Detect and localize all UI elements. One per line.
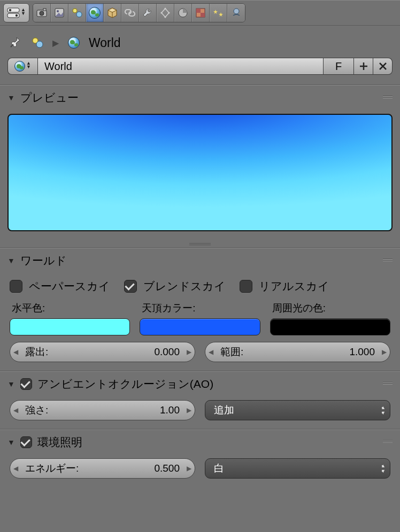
panel-body-env-lighting: エネルギー: 0.500 白 ▲▼ <box>0 455 400 487</box>
panel-title: 環境照明 <box>37 435 82 450</box>
env-energy-label: エネルギー: <box>25 461 154 475</box>
paper-sky-checkbox[interactable] <box>10 280 22 293</box>
world-preview <box>7 114 393 231</box>
tab-object-data[interactable] <box>157 4 174 22</box>
editor-type-selector[interactable]: ▲▼ <box>3 3 29 22</box>
world-breadcrumb-icon[interactable] <box>66 35 81 50</box>
panel-header-world[interactable]: ▼ ワールド <box>0 248 400 273</box>
range-value: 1.000 <box>349 346 375 358</box>
paper-sky-label: ペーパースカイ <box>29 279 110 294</box>
exposure-field[interactable]: 露出: 0.000 <box>10 342 195 362</box>
svg-point-5 <box>40 11 44 15</box>
panel-title: アンビエントオクルージョン(AO) <box>37 377 213 392</box>
material-icon <box>177 7 189 19</box>
ambient-color-swatch[interactable] <box>270 318 390 335</box>
drag-handle-icon[interactable] <box>383 96 393 100</box>
blend-sky-label: ブレンドスカイ <box>143 279 226 294</box>
ao-blend-mode-select[interactable]: 追加 ▲▼ <box>205 400 390 420</box>
svg-line-22 <box>11 44 13 47</box>
breadcrumb-label[interactable]: World <box>89 36 121 50</box>
scene-icon <box>71 7 83 19</box>
disclosure-triangle-icon: ▼ <box>7 438 15 447</box>
svg-rect-17 <box>196 9 201 13</box>
link-icon <box>124 7 136 19</box>
exposure-value: 0.000 <box>154 346 180 358</box>
context-tabs <box>33 3 245 22</box>
tab-particles[interactable] <box>210 4 227 22</box>
texture-icon <box>195 7 206 19</box>
horizon-color-swatch[interactable] <box>10 318 130 335</box>
tab-constraints[interactable] <box>121 4 139 22</box>
mesh-data-icon <box>159 7 171 19</box>
exposure-label: 露出: <box>25 345 154 359</box>
env-color-mode-value: 白 <box>214 461 224 475</box>
close-icon <box>378 61 388 71</box>
panel-header-ao[interactable]: ▼ アンビエントオクルージョン(AO) <box>0 371 400 397</box>
scene-breadcrumb-icon[interactable] <box>30 35 45 50</box>
svg-point-14 <box>161 12 163 13</box>
panel-body-preview <box>0 111 400 240</box>
svg-marker-19 <box>213 10 218 14</box>
tab-render-layers[interactable] <box>51 4 68 22</box>
up-down-icon: ▲▼ <box>381 464 386 473</box>
panel-header-preview[interactable]: ▼ プレビュー <box>0 85 400 111</box>
svg-point-24 <box>36 41 43 48</box>
particles-icon <box>212 7 224 19</box>
tab-object[interactable] <box>104 4 121 22</box>
tab-scene[interactable] <box>68 4 86 22</box>
breadcrumb-separator-icon: ▶ <box>52 38 59 48</box>
drag-handle-icon[interactable] <box>383 440 393 444</box>
drag-handle-icon[interactable] <box>383 259 393 263</box>
ao-factor-label: 強さ: <box>25 403 160 417</box>
pin-icon[interactable] <box>7 35 22 50</box>
panel-body-world: ペーパースカイ ブレンドスカイ リアルスカイ 水平色: 天頂カラー: 周囲光の色… <box>0 273 400 371</box>
panel-header-env-lighting[interactable]: ▼ 環境照明 <box>0 429 400 455</box>
svg-point-10 <box>76 12 82 17</box>
datablock-selector: ▲▼ World F <box>0 58 400 84</box>
env-energy-value: 0.500 <box>154 463 180 474</box>
ao-factor-field[interactable]: 強さ: 1.00 <box>10 400 195 420</box>
svg-rect-18 <box>201 13 205 17</box>
ao-enable-checkbox[interactable] <box>20 378 32 390</box>
ambient-color-label: 周囲光の色: <box>270 301 390 315</box>
unlink-datablock-button[interactable] <box>373 58 393 75</box>
header-toolbar: ▲▼ <box>0 0 400 26</box>
new-datablock-button[interactable] <box>354 58 373 75</box>
datablock-name-input[interactable]: World <box>37 58 323 75</box>
physics-icon <box>230 7 242 19</box>
tab-render[interactable] <box>33 4 51 22</box>
svg-point-21 <box>234 9 239 14</box>
tab-material[interactable] <box>174 4 192 22</box>
env-enable-checkbox[interactable] <box>20 436 32 448</box>
env-color-mode-select[interactable]: 白 ▲▼ <box>205 458 390 479</box>
svg-point-1 <box>9 9 11 11</box>
zenith-color-swatch[interactable] <box>140 318 260 335</box>
blend-sky-checkbox[interactable] <box>124 280 137 293</box>
drag-handle-icon[interactable] <box>383 382 393 386</box>
datablock-browse-button[interactable]: ▲▼ <box>7 58 37 75</box>
svg-point-9 <box>73 9 77 13</box>
env-energy-field[interactable]: エネルギー: 0.500 <box>10 458 195 479</box>
area-splitter[interactable] <box>0 240 400 247</box>
svg-marker-20 <box>219 12 223 17</box>
world-icon <box>14 61 25 72</box>
panel-title: ワールド <box>20 253 67 268</box>
properties-editor-icon <box>7 7 20 18</box>
fake-user-button[interactable]: F <box>323 58 354 75</box>
range-field[interactable]: 範囲: 1.000 <box>205 342 390 362</box>
world-icon <box>89 7 101 19</box>
disclosure-triangle-icon: ▼ <box>7 93 15 102</box>
tab-world[interactable] <box>86 4 104 22</box>
svg-point-13 <box>165 16 166 18</box>
tab-modifiers[interactable] <box>139 4 157 22</box>
panel-title: プレビュー <box>20 90 79 105</box>
disclosure-triangle-icon: ▼ <box>7 380 15 388</box>
svg-point-3 <box>16 14 18 17</box>
panel-body-ao: 強さ: 1.00 追加 ▲▼ <box>0 397 400 429</box>
tab-texture[interactable] <box>192 4 210 22</box>
plus-icon <box>359 61 368 71</box>
tab-physics[interactable] <box>227 4 245 22</box>
wrench-icon <box>142 7 153 19</box>
real-sky-label: リアルスカイ <box>259 279 329 294</box>
real-sky-checkbox[interactable] <box>240 280 252 293</box>
